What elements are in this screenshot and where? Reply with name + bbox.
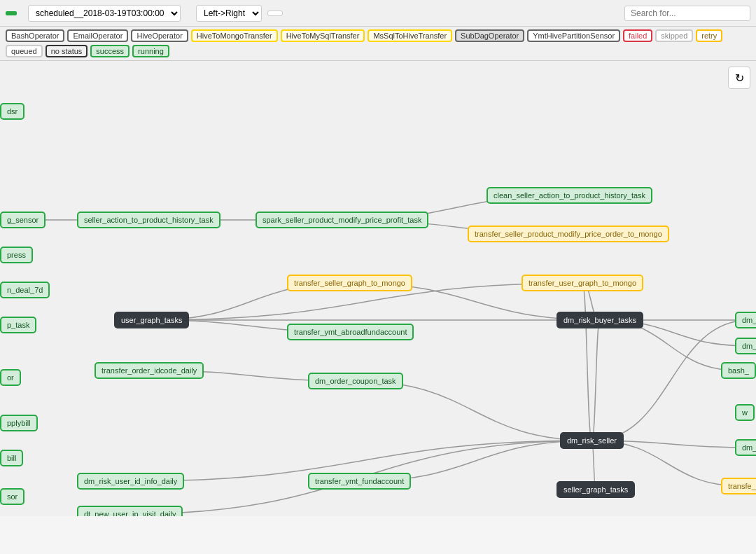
dag-node-transfer_user_graph_to_mongo[interactable]: transfer_user_graph_to_mongo: [522, 275, 643, 291]
dag-node-transfer_ymt_fundaccount[interactable]: transfer_ymt_fundaccount: [308, 473, 411, 490]
dag-node-n_deal_7d[interactable]: n_deal_7d: [0, 282, 50, 298]
dag-node-transfer_ymt_abroadfundaccount[interactable]: transfer_ymt_abroadfundaccount: [287, 324, 414, 340]
dag-node-transfer_right[interactable]: transfe_: [721, 478, 756, 494]
legend-item-no-status: no status: [46, 45, 88, 57]
dag-node-clean_seller_action_to_product_history_task[interactable]: clean_seller_action_to_product_history_t…: [486, 187, 652, 204]
legend-item-hiveoperator: HiveOperator: [131, 29, 188, 42]
dag-node-dm_risk_buyer_tasks[interactable]: dm_risk_buyer_tasks: [556, 312, 643, 328]
legend-item-skipped: skipped: [655, 29, 693, 42]
legend-item-ymthivepartitionsensor: YmtHivePartitionSensor: [527, 29, 620, 42]
dag-node-dm_right2[interactable]: dm_: [735, 338, 756, 354]
legend-item-failed: failed: [623, 29, 652, 42]
refresh-button[interactable]: ↻: [728, 67, 750, 89]
dag-node-bill[interactable]: bill: [0, 450, 23, 466]
dag-node-dm_risk_user_id_info_daily[interactable]: dm_risk_user_id_info_daily: [77, 473, 184, 490]
dag-node-bash_right[interactable]: bash_: [721, 362, 756, 379]
dag-node-user_graph_tasks[interactable]: user_graph_tasks: [114, 312, 189, 328]
legend-item-queued: queued: [6, 45, 43, 57]
dag-node-w_right[interactable]: w: [735, 404, 755, 421]
dag-node-dm_right3[interactable]: dm_: [735, 439, 756, 456]
status-badge: [6, 11, 17, 15]
dag-node-sor[interactable]: sor: [0, 488, 24, 505]
dag-node-press[interactable]: press: [0, 247, 33, 263]
dag-canvas: ↻ dsrg_sensorpressn_deal_7dp_taskorpplyb…: [0, 61, 756, 516]
layout-select[interactable]: Left->Right: [196, 5, 262, 22]
legend-item-running: running: [132, 45, 169, 57]
legend-item-emailoperator: EmailOperator: [67, 29, 128, 42]
dag-node-or[interactable]: or: [0, 369, 21, 386]
dag-node-pplybill[interactable]: pplybill: [0, 415, 38, 431]
search-input[interactable]: [624, 6, 750, 21]
dag-node-dm_right1[interactable]: dm_: [735, 312, 756, 328]
dag-node-dm_order_coupon_task[interactable]: dm_order_coupon_task: [308, 373, 403, 389]
dag-node-transfer_seller_product_modify_price_order_to_mongo[interactable]: transfer_seller_product_modify_price_ord…: [468, 226, 669, 242]
legend-item-mssqltohivetransfer: MsSqlToHiveTransfer: [368, 29, 452, 42]
dag-node-spark_seller_product_modify_price_profit_task[interactable]: spark_seller_product_modify_price_profit…: [255, 212, 428, 228]
legend-item-bashoperator: BashOperator: [6, 29, 64, 42]
legend-item-hivetomongotransfer: HiveToMongoTransfer: [191, 29, 278, 42]
legend-item-subdagoperator: SubDagOperator: [455, 29, 524, 42]
dag-node-g_sensor[interactable]: g_sensor: [0, 212, 46, 228]
toolbar: scheduled__2018-03-19T03:00:00 Left->Rig…: [0, 0, 756, 27]
dag-node-dt_new_user_ip_visit_daily[interactable]: dt_new_user_ip_visit_daily: [77, 506, 183, 516]
legend-item-hivetomysqltransfer: HiveToMySqlTransfer: [281, 29, 365, 42]
dag-node-transfer_seller_graph_to_mongo[interactable]: transfer_seller_graph_to_mongo: [287, 275, 412, 291]
go-button[interactable]: [267, 11, 283, 16]
dag-node-dsr[interactable]: dsr: [0, 103, 24, 120]
legend-bar: BashOperatorEmailOperatorHiveOperatorHiv…: [0, 27, 756, 61]
legend-item-retry: retry: [696, 29, 722, 42]
dag-node-seller_action_to_product_history_task[interactable]: seller_action_to_product_history_task: [77, 212, 220, 228]
run-select[interactable]: scheduled__2018-03-19T03:00:00: [28, 5, 181, 22]
legend-item-success: success: [90, 45, 130, 57]
dag-node-transfer_order_idcode_daily[interactable]: transfer_order_idcode_daily: [94, 362, 204, 379]
dag-node-seller_graph_tasks[interactable]: seller_graph_tasks: [556, 481, 635, 498]
dag-node-p_task[interactable]: p_task: [0, 317, 36, 333]
dag-node-dm_risk_seller[interactable]: dm_risk_seller: [560, 432, 624, 449]
